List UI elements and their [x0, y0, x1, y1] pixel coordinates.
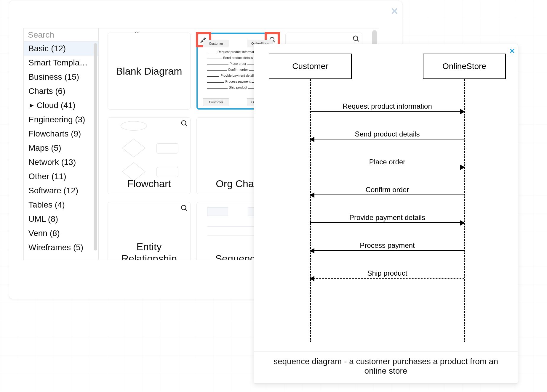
svg-point-15: [181, 205, 186, 210]
mini-msg-label: Confirm order: [227, 68, 249, 71]
sidebar-item-network[interactable]: Network (13): [24, 155, 98, 169]
svg-line-5: [357, 40, 359, 41]
mini-participant: Customer: [203, 40, 229, 47]
mini-msg-label: Place order: [228, 62, 247, 65]
message-label: Request product information: [310, 102, 464, 110]
sidebar-item-flowcharts[interactable]: Flowcharts (9): [24, 127, 98, 141]
sequence-message: Ship product: [310, 269, 464, 279]
sidebar-item-engineering[interactable]: Engineering (3): [24, 113, 98, 127]
message-label: Provide payment details: [310, 213, 464, 222]
sidebar-item-software[interactable]: Software (12): [24, 184, 98, 198]
template-tile-blank[interactable]: Blank Diagram: [108, 33, 191, 110]
mini-msg-label: Send product details: [222, 56, 254, 60]
participant-onlinestore: OnlineStore: [423, 54, 506, 79]
sidebar-item-uml[interactable]: UML (8): [24, 212, 98, 226]
sequence-message: Provide payment details: [310, 213, 464, 223]
sequence-message: Send product details: [310, 130, 464, 139]
sidebar-scrollbar[interactable]: [94, 43, 97, 250]
svg-rect-17: [207, 208, 228, 216]
mini-msg-label: Request product information: [216, 50, 260, 54]
magnify-icon[interactable]: [352, 35, 360, 42]
svg-line-3: [274, 41, 275, 42]
template-tile-erd[interactable]: Entity Relationship Diagram: [108, 202, 191, 260]
lifeline-customer: [310, 79, 311, 342]
participant-customer: Customer: [269, 54, 352, 79]
message-label: Send product details: [310, 130, 464, 138]
message-label: Confirm order: [310, 186, 464, 194]
sidebar-item-cloud[interactable]: ►Cloud (41): [24, 98, 98, 113]
svg-line-16: [185, 209, 187, 211]
preview-caption: sequence diagram - a customer purchases …: [254, 351, 518, 383]
svg-point-4: [353, 36, 358, 40]
sequence-message: Process payment: [310, 241, 464, 251]
chevron-right-icon: ►: [28, 102, 35, 109]
sidebar-item-other[interactable]: Other (11): [24, 169, 98, 184]
category-sidebar: Basic (12) Smart Templa… Business (15) C…: [24, 28, 99, 260]
sidebar-item-maps[interactable]: Maps (5): [24, 141, 98, 155]
mini-participant: Customer: [203, 98, 229, 106]
magnify-icon[interactable]: [180, 204, 188, 212]
sidebar-item-smart-templates[interactable]: Smart Templa…: [24, 56, 98, 70]
tile-title: Blank Diagram: [111, 65, 188, 77]
message-label: Place order: [310, 158, 464, 166]
sequence-message: Confirm order: [310, 186, 464, 195]
sequence-message: Request product information: [310, 102, 464, 112]
mini-msg-label: Provide payment details: [219, 74, 256, 77]
dialog-close-button[interactable]: ×: [391, 5, 398, 17]
message-label: Process payment: [310, 241, 464, 250]
sidebar-item-tables[interactable]: Tables (4): [24, 198, 98, 212]
lifeline-onlinestore: [464, 79, 465, 342]
sidebar-item-business[interactable]: Business (15): [24, 70, 98, 84]
sidebar-item-wireframes[interactable]: Wireframes (5): [24, 240, 98, 255]
template-preview-panel: × Customer OnlineStore Request product i…: [254, 44, 518, 384]
mini-msg-label: Ship product: [228, 86, 248, 89]
svg-marker-9: [122, 139, 145, 157]
category-list[interactable]: Basic (12) Smart Templa… Business (15) C…: [24, 41, 98, 260]
preview-canvas: Customer OnlineStore Request product inf…: [254, 44, 518, 351]
sidebar-item-venn[interactable]: Venn (8): [24, 226, 98, 240]
tile-title: Flowchart: [108, 178, 190, 190]
svg-rect-12: [157, 167, 178, 177]
sidebar-item-basic[interactable]: Basic (12): [24, 41, 98, 56]
sidebar-item-label: Cloud (41): [37, 101, 76, 110]
svg-rect-10: [157, 143, 178, 153]
tile-title: Entity Relationship Diagram: [108, 241, 190, 260]
mini-msg-label: Process payment: [224, 80, 252, 83]
template-tile-flowchart[interactable]: Flowchart: [108, 117, 191, 194]
search-row: [24, 28, 98, 41]
message-label: Ship product: [310, 269, 464, 277]
svg-point-8: [121, 121, 147, 131]
sidebar-item-charts[interactable]: Charts (6): [24, 84, 98, 98]
sequence-message: Place order: [310, 158, 464, 167]
